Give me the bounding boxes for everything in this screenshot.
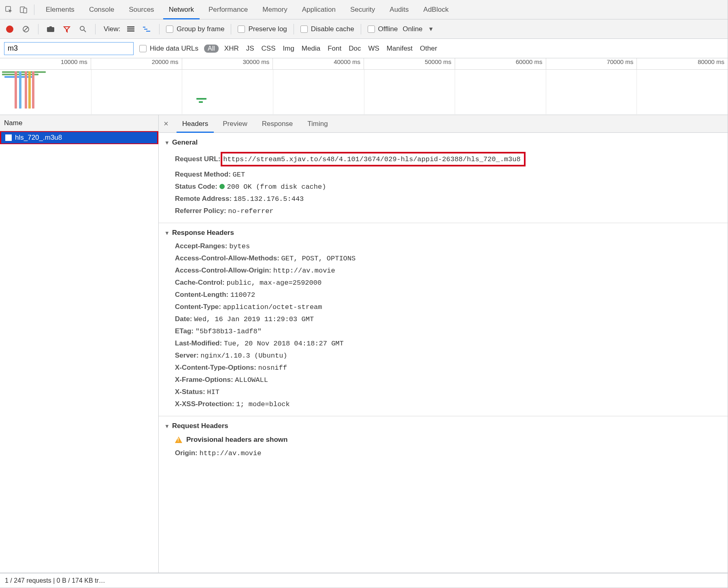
type-filter-manifest[interactable]: Manifest: [387, 45, 413, 53]
header-row: X-Frame-Options: ALLOWALL: [164, 374, 722, 386]
type-filter-img[interactable]: Img: [283, 45, 294, 53]
response-headers-title: Response Headers: [172, 229, 234, 237]
offline-checkbox[interactable]: Offline: [368, 25, 398, 33]
request-url-highlight: https://stream5.xjav.to/s48/4.101/3674/0…: [221, 152, 526, 166]
screenshot-icon[interactable]: [45, 23, 56, 35]
header-row: Content-Type: application/octet-stream: [164, 301, 722, 313]
header-row: Last-Modified: Tue, 20 Nov 2018 04:18:27…: [164, 337, 722, 349]
header-key: Cache-Control:: [175, 279, 227, 286]
main-tab-security[interactable]: Security: [343, 0, 382, 19]
type-filter-xhr[interactable]: XHR: [224, 45, 239, 53]
file-icon: [5, 134, 12, 141]
svg-rect-9: [127, 26, 134, 28]
request-row[interactable]: hls_720_.m3u8: [0, 131, 158, 144]
header-value: 200 OK (from disk cache): [219, 183, 326, 191]
timeline-tick: 70000 ms: [546, 58, 637, 69]
detail-tab-timing[interactable]: Timing: [300, 115, 335, 132]
request-row-name: hls_720_.m3u8: [15, 134, 62, 142]
detail-tab-preview[interactable]: Preview: [215, 115, 254, 132]
svg-rect-11: [127, 30, 134, 32]
filter-input[interactable]: [4, 42, 134, 55]
request-headers-toggle[interactable]: ▼ Request Headers: [164, 420, 722, 433]
header-value: nosniff: [258, 364, 287, 372]
request-headers-title: Request Headers: [172, 422, 228, 430]
header-key: Access-Control-Allow-Methods:: [175, 254, 281, 262]
header-value: http://av.movie: [199, 450, 261, 457]
header-row: Content-Length: 110072: [164, 289, 722, 301]
main-tab-console[interactable]: Console: [82, 0, 121, 19]
group-by-frame-checkbox[interactable]: Group by frame: [166, 25, 224, 33]
timeline-overview[interactable]: 10000 ms20000 ms30000 ms40000 ms50000 ms…: [0, 58, 728, 115]
main-tab-memory[interactable]: Memory: [255, 0, 294, 19]
main-tab-performance[interactable]: Performance: [201, 0, 255, 19]
disable-cache-label: Disable cache: [311, 25, 354, 33]
type-filter-css[interactable]: CSS: [262, 45, 276, 53]
record-button[interactable]: [4, 23, 15, 35]
header-value: HIT: [207, 388, 219, 396]
main-tab-adblock[interactable]: AdBlock: [416, 0, 456, 19]
large-rows-icon[interactable]: [125, 23, 136, 35]
header-key: Content-Type:: [175, 303, 223, 311]
header-value: no-referrer: [228, 207, 273, 215]
request-list-pane: Name hls_720_.m3u8: [0, 115, 159, 573]
disable-cache-checkbox[interactable]: Disable cache: [300, 25, 354, 33]
main-tab-application[interactable]: Application: [295, 0, 343, 19]
type-filter-ws[interactable]: WS: [368, 45, 379, 53]
device-toolbar-icon[interactable]: [17, 3, 30, 16]
type-filter-media[interactable]: Media: [302, 45, 320, 53]
split-pane: Name hls_720_.m3u8 × HeadersPreviewRespo…: [0, 115, 728, 573]
main-tab-sources[interactable]: Sources: [121, 0, 161, 19]
type-filter-all[interactable]: All: [204, 45, 219, 53]
header-key: X-Status:: [175, 388, 207, 396]
header-key: Remote Address:: [175, 195, 234, 202]
name-column-header[interactable]: Name: [0, 115, 158, 131]
throttling-select[interactable]: Online ▾: [402, 25, 432, 33]
svg-point-7: [80, 26, 84, 30]
type-filter-doc[interactable]: Doc: [349, 45, 361, 53]
header-value: Tue, 20 Nov 2018 04:18:27 GMT: [224, 340, 344, 347]
headers-panel: ▼ General Request URL: https://stream5.x…: [159, 133, 728, 573]
general-section-toggle[interactable]: ▼ General: [164, 137, 722, 150]
header-row: Referrer Policy: no-referrer: [164, 205, 722, 217]
header-key: Date:: [175, 315, 194, 323]
type-filter-font[interactable]: Font: [328, 45, 341, 53]
caret-down-icon: ▼: [164, 423, 170, 429]
status-dot-icon: [219, 184, 225, 189]
main-tab-audits[interactable]: Audits: [382, 0, 416, 19]
header-value: https://stream5.xjav.to/s48/4.101/3674/0…: [223, 156, 521, 163]
search-icon[interactable]: [77, 23, 89, 35]
header-value: 110072: [230, 291, 255, 299]
type-filter-other[interactable]: Other: [420, 45, 437, 53]
clear-button[interactable]: [20, 23, 32, 35]
preserve-log-checkbox[interactable]: Preserve log: [238, 25, 287, 33]
view-label: View:: [104, 25, 120, 33]
header-key: Request Method:: [175, 170, 233, 178]
inspect-element-icon[interactable]: [2, 3, 15, 16]
detail-tab-headers[interactable]: Headers: [175, 115, 215, 132]
header-value: ALLOWALL: [235, 376, 268, 384]
header-value: application/octet-stream: [223, 303, 322, 311]
header-key: X-Content-Type-Options:: [175, 364, 258, 371]
waterfall-view-icon[interactable]: [141, 23, 153, 35]
svg-rect-13: [144, 29, 147, 30]
header-row: ETag: "5bf38b13-1adf8": [164, 325, 722, 337]
header-row: Cache-Control: public, max-age=2592000: [164, 277, 722, 289]
type-filter-js[interactable]: JS: [246, 45, 254, 53]
response-headers-toggle[interactable]: ▼ Response Headers: [164, 227, 722, 240]
timeline-tick: 60000 ms: [455, 58, 546, 69]
svg-rect-2: [23, 8, 27, 13]
request-detail-pane: × HeadersPreviewResponseTiming ▼ General…: [159, 115, 728, 573]
detail-tab-response[interactable]: Response: [255, 115, 300, 132]
svg-rect-14: [146, 31, 150, 32]
main-tab-elements[interactable]: Elements: [38, 0, 82, 19]
offline-label: Offline: [378, 25, 398, 33]
general-section-title: General: [172, 138, 198, 147]
main-tab-network[interactable]: Network: [162, 0, 201, 19]
filter-toggle-icon[interactable]: [61, 23, 72, 35]
hide-data-urls-checkbox[interactable]: Hide data URLs: [139, 45, 198, 53]
network-toolbar: View: Group by frame Preserve log Disabl…: [0, 19, 728, 39]
timeline-tick: 30000 ms: [182, 58, 273, 69]
provisional-warning: Provisional headers are shown: [164, 433, 722, 447]
close-detail-button[interactable]: ×: [159, 119, 173, 128]
preserve-log-label: Preserve log: [248, 25, 287, 33]
